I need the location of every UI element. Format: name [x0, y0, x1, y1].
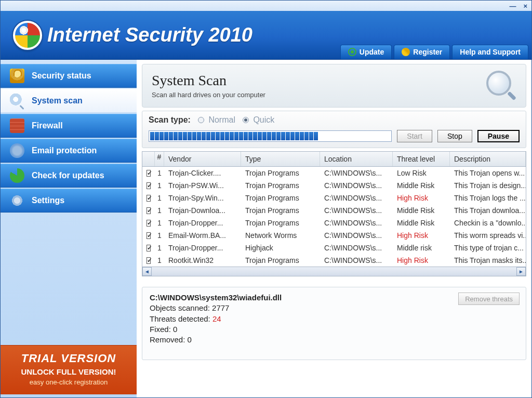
sidebar-item-label: Email protection	[32, 146, 97, 155]
col-check[interactable]	[142, 152, 155, 166]
progress-block	[234, 132, 238, 140]
sidebar-item-label: Settings	[32, 196, 64, 205]
checkbox-icon[interactable]	[147, 245, 151, 251]
table-row[interactable]: 1Trojan-Clicker....Trojan ProgramsC:\WIN…	[142, 167, 526, 179]
cell-type: Network Worms	[241, 230, 320, 241]
sidebar-item-security-status[interactable]: Security status	[1, 64, 137, 88]
scroll-track[interactable]	[152, 267, 516, 276]
cell-vendor: Rootkit.Win32	[164, 255, 241, 266]
checkbox-icon[interactable]	[147, 195, 151, 202]
body: Security status System scan Firewall Ema…	[1, 60, 531, 397]
scan-controls: Scan type: Normal Quick Start Stop Pause	[142, 111, 526, 148]
start-button[interactable]: Start	[397, 130, 432, 142]
sidebar-item-label: Security status	[32, 71, 91, 81]
checkbox-icon[interactable]	[147, 207, 151, 214]
col-vendor[interactable]: Vendor	[164, 152, 241, 166]
cell-threat: High Risk	[393, 255, 450, 266]
table-row[interactable]: 1Rootkit.Win32Trojan ProgramsC:\WINDOWS\…	[142, 254, 526, 267]
cell-description: This Trojan masks its...	[450, 255, 526, 266]
minimize-button[interactable]: —	[509, 2, 516, 10]
progress-block	[309, 132, 313, 140]
cell-location: C:\WINDOWS\s...	[320, 168, 393, 178]
progress-block	[211, 132, 215, 140]
cell-location: C:\WINDOWS\s...	[320, 243, 393, 253]
progress-block	[248, 132, 252, 140]
cell-num: 1	[155, 193, 164, 203]
cell-description: This Trojan is design...	[450, 180, 526, 191]
checkbox-icon[interactable]	[147, 257, 151, 264]
progress-block	[178, 132, 182, 140]
progress-block	[169, 132, 173, 140]
table-row[interactable]: 1Trojan-Dropper...Trojan ProgramsC:\WIND…	[142, 217, 526, 229]
table-row[interactable]: 1Trojan-PSW.Wi...Trojan ProgramsC:\WINDO…	[142, 179, 526, 192]
cell-description: Checkin is a "downlo...	[450, 218, 526, 228]
col-description[interactable]: Description	[450, 152, 526, 166]
checkbox-icon[interactable]	[147, 170, 151, 177]
col-num[interactable]: #	[155, 152, 164, 166]
checkbox-icon[interactable]	[147, 182, 151, 189]
trial-caption: easy one-click registration	[6, 378, 131, 386]
table-row[interactable]: 1Trojan-Dropper...HighjackC:\WINDOWS\s..…	[142, 242, 526, 254]
cell-threat: Middle Risk	[393, 205, 450, 216]
scan-type-quick[interactable]: Quick	[243, 115, 274, 125]
detected-label: Threats detected:	[150, 314, 212, 323]
sidebar: Security status System scan Firewall Ema…	[1, 60, 137, 397]
globe-icon	[10, 143, 24, 158]
cell-description: This worm spreads vi...	[450, 230, 526, 241]
cell-type: Trojan Programs	[241, 180, 320, 191]
sidebar-item-email-protection[interactable]: Email protection	[1, 139, 137, 163]
close-button[interactable]: ×	[523, 2, 527, 10]
option-label: Quick	[253, 115, 274, 124]
cell-location: C:\WINDOWS\s...	[320, 255, 393, 266]
progress-block	[258, 132, 262, 140]
table-row[interactable]: 1Trojan-Downloa...Trojan ProgramsC:\WIND…	[142, 204, 526, 217]
app-logo-icon	[13, 21, 42, 50]
stop-button[interactable]: Stop	[437, 130, 472, 142]
checkbox-icon[interactable]	[147, 232, 151, 239]
fixed-value: 0	[173, 325, 177, 334]
scroll-left-icon[interactable]: ◄	[142, 267, 152, 276]
fixed-count: Fixed: 0	[150, 324, 518, 335]
panel-header: System Scan Scan all hard drives on your…	[142, 64, 526, 108]
progress-block	[230, 132, 234, 140]
col-type[interactable]: Type	[241, 152, 320, 166]
cell-location: C:\WINDOWS\s...	[320, 180, 393, 191]
cell-type: Highjack	[241, 243, 320, 253]
register-button[interactable]: Register	[394, 45, 450, 59]
progress-block	[276, 132, 281, 140]
cell-type: Trojan Programs	[241, 193, 320, 203]
sidebar-item-label: System scan	[32, 96, 83, 105]
scroll-right-icon[interactable]: ►	[516, 267, 526, 276]
remove-threats-button[interactable]: Remove threats	[458, 293, 520, 305]
cell-vendor: Trojan-Dropper...	[164, 218, 241, 228]
sidebar-item-check-updates[interactable]: Check for updates	[1, 164, 137, 188]
scan-type-normal[interactable]: Normal	[198, 115, 235, 125]
horizontal-scrollbar[interactable]: ◄ ►	[142, 267, 526, 276]
col-threat[interactable]: Threat level	[393, 152, 450, 166]
detected-value: 24	[212, 314, 221, 323]
progress-block	[351, 132, 355, 140]
sidebar-item-firewall[interactable]: Firewall	[1, 114, 137, 138]
help-button[interactable]: Help and Support	[452, 45, 528, 59]
update-icon	[10, 168, 24, 183]
table-row[interactable]: 1Trojan-Spy.Win...Trojan ProgramsC:\WIND…	[142, 192, 526, 204]
sidebar-item-system-scan[interactable]: System scan	[1, 89, 137, 113]
fixed-label: Fixed:	[150, 325, 173, 334]
progress-block	[183, 132, 187, 140]
progress-block	[202, 132, 206, 140]
table-row[interactable]: 1Email-Worm.BA...Network WormsC:\WINDOWS…	[142, 229, 526, 242]
col-location[interactable]: Location	[320, 152, 393, 166]
checkbox-icon[interactable]	[147, 220, 151, 227]
sidebar-item-settings[interactable]: Settings	[1, 189, 137, 213]
trial-banner[interactable]: TRIAL VERSION UNLOCK FULL VERSION! easy …	[1, 345, 137, 394]
pause-button[interactable]: Pause	[477, 130, 520, 142]
progress-block	[300, 132, 304, 140]
update-button[interactable]: Update	[340, 45, 392, 59]
progress-block	[286, 132, 290, 140]
cell-location: C:\WINDOWS\s...	[320, 193, 393, 203]
cell-threat: Middle Risk	[393, 180, 450, 191]
progress-row: Start Stop Pause	[149, 130, 520, 142]
cell-type: Trojan Programs	[241, 205, 320, 216]
gear-icon	[10, 193, 24, 208]
progress-block	[290, 132, 295, 140]
